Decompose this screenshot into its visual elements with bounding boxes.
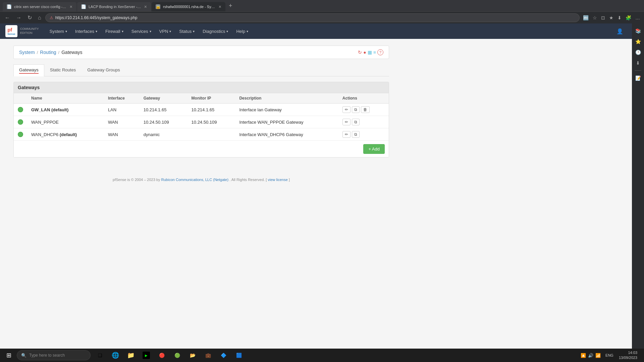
sidebar-downloads-icon[interactable]: ⬇ — [633, 58, 643, 68]
edge-button[interactable]: 🌐 — [108, 349, 123, 361]
address-bar[interactable]: ⚠ — [45, 13, 580, 22]
taskbar-right: 🔼 🔊 📶 ENG 14:03 13/09/2023 — [579, 350, 643, 361]
table-row: WAN_DHCP6 (default) WAN dynamic Interfac… — [14, 128, 389, 141]
row1-copy-button[interactable]: ⧉ — [352, 106, 360, 113]
terminal-button[interactable]: ▶ — [139, 349, 154, 361]
nav-interfaces[interactable]: Interfaces ▾ — [71, 23, 101, 39]
breadcrumb-sep-1: / — [37, 50, 38, 55]
nav-status[interactable]: Status ▾ — [175, 23, 199, 39]
nav-system[interactable]: System ▾ — [46, 23, 71, 39]
tab-static-routes[interactable]: Static Routes — [44, 64, 82, 76]
sidebar-notes-icon[interactable]: 📝 — [633, 73, 643, 83]
tab3-close[interactable]: × — [219, 4, 221, 9]
row3-interface: WAN — [104, 128, 140, 141]
nav-diagnostics[interactable]: Diagnostics ▾ — [199, 23, 232, 39]
help-icon[interactable]: ? — [377, 49, 383, 55]
search-text: Type here to search — [29, 353, 65, 358]
tab-gateway-groups[interactable]: Gateway Groups — [82, 64, 126, 76]
system-tray-icon1[interactable]: 🔼 — [581, 353, 586, 358]
tab3-title: rshafw00000001.rsha.de - Syst... — [163, 5, 216, 9]
pf-logo-sense: Sense — [7, 33, 15, 36]
row3-description: Interface WAN_DHCP6 Gateway — [235, 128, 338, 141]
reload-button[interactable]: ↻ — [25, 13, 34, 22]
col-interface: Interface — [104, 93, 140, 104]
col-actions: Actions — [338, 93, 389, 104]
split-screen-icon[interactable]: ⊡ — [600, 14, 606, 22]
row3-edit-button[interactable]: ✏ — [342, 131, 351, 138]
tab2-close[interactable]: × — [144, 4, 147, 9]
nav-vpn[interactable]: VPN ▾ — [155, 23, 175, 39]
taskbar-search[interactable]: 🔍 Type here to search — [17, 350, 91, 360]
breadcrumb-current: Gateways — [61, 50, 82, 55]
settings-icon[interactable]: … — [634, 14, 641, 22]
col-gateway: Gateway — [140, 93, 187, 104]
taskbar-clock[interactable]: 14:03 13/09/2023 — [616, 350, 640, 361]
files-button[interactable]: 📁 — [123, 349, 138, 361]
footer-rights: . All Rights Reserved. [ — [229, 178, 267, 182]
row3-name: WAN_DHCP6 — [31, 132, 58, 137]
app9-button[interactable]: 🟦 — [231, 349, 246, 361]
footer-license-link[interactable]: view license — [268, 178, 288, 182]
user-icon[interactable]: 👤 — [613, 28, 627, 34]
browser-toolbar-icons: 🔤 ☆ ⊡ ★ ⬇ 🧩 … — [582, 14, 641, 22]
tab1-close[interactable]: × — [70, 4, 72, 9]
nav-help[interactable]: Help ▾ — [232, 23, 252, 39]
row3-gateway: dynamic — [140, 128, 187, 141]
breadcrumb-routing[interactable]: Routing — [40, 50, 56, 55]
browser-tab-1[interactable]: 📄 citrix xen server cisco config - S... … — [3, 2, 76, 11]
log-icon[interactable]: ≡ — [373, 50, 376, 55]
chart-icon[interactable]: ▦ — [368, 50, 372, 55]
col-monitor-ip: Monitor IP — [187, 93, 235, 104]
app4-button[interactable]: 🔴 — [154, 349, 169, 361]
collections-icon[interactable]: ★ — [608, 14, 615, 22]
row2-copy-button[interactable]: ⧉ — [352, 119, 360, 125]
row1-edit-button[interactable]: ✏ — [342, 106, 351, 113]
row1-name: GW_LAN — [31, 107, 50, 112]
app5-button[interactable]: 🟢 — [170, 349, 184, 361]
volume-icon[interactable]: 🔊 — [588, 353, 593, 358]
tab2-favicon: 📄 — [81, 4, 86, 9]
nav-services[interactable]: Services ▾ — [127, 23, 155, 39]
browser-tab-3[interactable]: 🔒 rshafw00000001.rsha.de - Syst... × — [152, 2, 225, 11]
tab-gateways[interactable]: Gateways — [13, 64, 44, 76]
app7-button[interactable]: 💼 — [201, 349, 215, 361]
url-input[interactable] — [55, 15, 575, 20]
sidebar-favorites-icon[interactable]: ⭐ — [633, 37, 643, 46]
network-icon[interactable]: 📶 — [595, 353, 601, 358]
pfsense-navbar: pf Sense COMMUNITYEDITION System ▾ Inter… — [0, 23, 632, 39]
row2-description: Interface WAN_PPPOE Gateway — [235, 116, 338, 128]
refresh-icon[interactable]: ↻ — [358, 50, 362, 55]
footer-netgate-link[interactable]: Rubicon Communications, LLC (Netgate) — [161, 178, 229, 182]
start-button[interactable]: ⊞ — [1, 349, 16, 361]
sidebar-collections-icon[interactable]: 📚 — [633, 26, 643, 36]
add-gateway-button[interactable]: + Add — [363, 144, 385, 154]
pf-logo-text: pf — [7, 27, 15, 33]
new-tab-button[interactable]: + — [226, 1, 235, 11]
row2-status-icon — [18, 119, 23, 125]
nav-firewall[interactable]: Firewall ▾ — [101, 23, 127, 39]
tab1-title: citrix xen server cisco config - S... — [14, 5, 67, 9]
row3-status-cell — [14, 128, 27, 141]
back-button[interactable]: ← — [3, 13, 12, 22]
downloads-icon[interactable]: ⬇ — [616, 14, 623, 22]
extensions-icon[interactable]: 🧩 — [624, 14, 633, 22]
app8-button[interactable]: 🔷 — [216, 349, 231, 361]
home-button[interactable]: ⌂ — [36, 13, 43, 22]
row1-monitor-ip: 10.214.1.65 — [187, 104, 235, 116]
row3-copy-button[interactable]: ⧉ — [352, 131, 360, 138]
favorites-icon[interactable]: ☆ — [591, 14, 598, 22]
breadcrumb-sep-2: / — [58, 50, 60, 55]
row2-edit-button[interactable]: ✏ — [342, 119, 351, 125]
sidebar-history-icon[interactable]: 🕐 — [633, 48, 643, 57]
row1-delete-button[interactable]: 🗑 — [361, 106, 370, 113]
read-aloud-icon[interactable]: 🔤 — [582, 14, 590, 22]
task-view-button[interactable]: ❑ — [93, 349, 107, 361]
forward-button[interactable]: → — [14, 13, 23, 22]
row1-name-cell: GW_LAN (default) — [27, 104, 104, 116]
app6-button[interactable]: 📂 — [185, 349, 200, 361]
status-icon[interactable]: ● — [363, 50, 366, 55]
row1-actions: ✏ ⧉ 🗑 — [338, 104, 389, 116]
breadcrumb-system[interactable]: System — [19, 50, 35, 55]
browser-tab-2[interactable]: 📄 LACP Bonding in XenServer - Co... × — [77, 2, 151, 11]
tab1-favicon: 📄 — [7, 4, 11, 9]
